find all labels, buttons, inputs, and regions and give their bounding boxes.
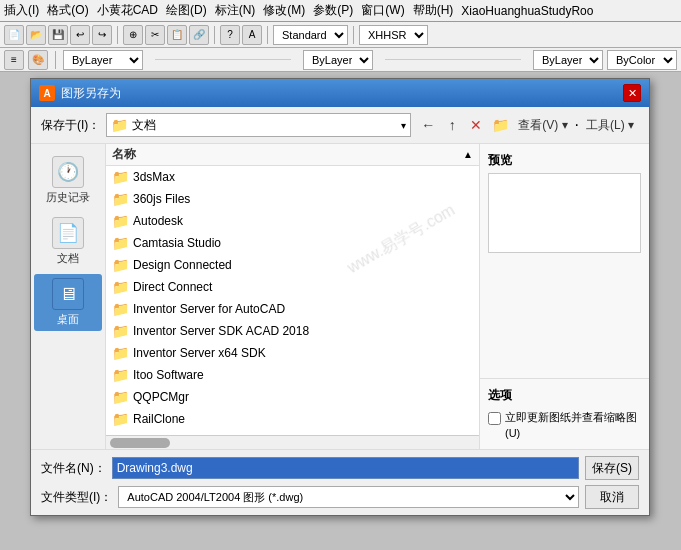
file-name: Camtasia Studio <box>133 236 221 250</box>
menu-xhcad[interactable]: 小黄花CAD <box>97 2 158 19</box>
dot-separator: · <box>575 116 579 134</box>
filename-label: 文件名(N)： <box>41 460 106 477</box>
list-item[interactable]: 📁 Itoo Software <box>106 364 479 386</box>
tb6[interactable]: A <box>242 25 262 45</box>
folder-icon: 📁 <box>112 213 129 229</box>
redo-btn[interactable]: ↪ <box>92 25 112 45</box>
menu-params[interactable]: 参数(P) <box>313 2 353 19</box>
bylayer-dropdown2[interactable]: ByLayer <box>303 50 373 70</box>
menu-window[interactable]: 窗口(W) <box>361 2 404 19</box>
up-folder-button[interactable]: ↑ <box>441 114 463 136</box>
documents-icon: 📄 <box>52 217 84 249</box>
menu-modify[interactable]: 修改(M) <box>263 2 305 19</box>
list-item[interactable]: 📁 Inventor Server for AutoCAD <box>106 298 479 320</box>
sep4 <box>353 26 354 44</box>
list-item[interactable]: 📁 Camtasia Studio <box>106 232 479 254</box>
tb5[interactable]: ? <box>220 25 240 45</box>
filetype-label: 文件类型(I)： <box>41 489 112 506</box>
menu-insert[interactable]: 插入(I) <box>4 2 39 19</box>
list-item[interactable]: 📁 360js Files <box>106 188 479 210</box>
folder-icon: 📁 <box>112 301 129 317</box>
menu-user[interactable]: XiaoHuanghuaStudyRoo <box>461 4 593 18</box>
toolbar-row2: ≡ 🎨 ByLayer ByLayer ByLayer ByColor <box>0 48 681 72</box>
filetype-dropdown[interactable]: AutoCAD 2004/LT2004 图形 (*.dwg) <box>118 486 579 508</box>
file-list-scroll[interactable]: www.易学号.com 📁 3dsMax 📁 360js Files 📁 Aut… <box>106 166 479 435</box>
list-item[interactable]: 📁 Inventor Server x64 SDK <box>106 342 479 364</box>
list-item[interactable]: 📁 Inventor Server SDK ACAD 2018 <box>106 320 479 342</box>
file-name: Direct Connect <box>133 280 212 294</box>
list-item[interactable]: 📁 RailClone <box>106 408 479 430</box>
file-name: 3dsMax <box>133 170 175 184</box>
sidebar-item-history[interactable]: 🕐 历史记录 <box>34 152 102 209</box>
menu-help[interactable]: 帮助(H) <box>413 2 454 19</box>
dialog-close-button[interactable]: ✕ <box>623 84 641 102</box>
save-button[interactable]: 保存(S) <box>585 456 639 480</box>
sep2 <box>214 26 215 44</box>
save-in-row: 保存于(I)： 📁 文档 ▾ ← ↑ ✕ 📁 查看(V) ▾ · 工具(L) ▾ <box>31 107 649 144</box>
view-menu-button[interactable]: 查看(V) ▾ <box>513 114 572 136</box>
tb1[interactable]: ⊕ <box>123 25 143 45</box>
menu-draw[interactable]: 绘图(D) <box>166 2 207 19</box>
back-button[interactable]: ← <box>417 114 439 136</box>
options-row: 立即更新图纸并查看缩略图(U) <box>488 410 641 441</box>
dialog-title: 图形另存为 <box>61 85 121 102</box>
filename-input[interactable] <box>112 457 579 479</box>
history-icon: 🕐 <box>52 156 84 188</box>
file-list-area: 名称 ▲ www.易学号.com 📁 3dsMax 📁 360js Files … <box>106 144 479 449</box>
folder-icon: 📁 <box>112 169 129 185</box>
bylayer-dropdown3[interactable]: ByLayer <box>533 50 603 70</box>
preview-label: 预览 <box>488 152 641 169</box>
sidebar-documents-label: 文档 <box>57 251 79 266</box>
folder-icon: 📁 <box>112 345 129 361</box>
bycolor-dropdown[interactable]: ByColor <box>607 50 677 70</box>
open-btn[interactable]: 📂 <box>26 25 46 45</box>
file-name: RailClone <box>133 412 185 426</box>
list-item[interactable]: 📁 Autodesk <box>106 210 479 232</box>
tb2[interactable]: ✂ <box>145 25 165 45</box>
menu-dimension[interactable]: 标注(N) <box>215 2 256 19</box>
desktop-icon: 🖥 <box>52 278 84 310</box>
save-in-dropdown[interactable]: 📁 文档 ▾ <box>106 113 411 137</box>
tb4[interactable]: 🔗 <box>189 25 209 45</box>
file-name: 360js Files <box>133 192 190 206</box>
tools-menu-button[interactable]: 工具(L) ▾ <box>581 114 639 136</box>
xhhsr-dropdown[interactable]: XHHSR <box>359 25 428 45</box>
scroll-thumb[interactable] <box>110 438 170 448</box>
folder-icon: 📁 <box>112 323 129 339</box>
new-btn[interactable]: 📄 <box>4 25 24 45</box>
undo-btn[interactable]: ↩ <box>70 25 90 45</box>
sidebar: 🕐 历史记录 📄 文档 🖥 桌面 <box>31 144 106 449</box>
list-item[interactable]: 📁 3dsMax <box>106 166 479 188</box>
list-item[interactable]: 📁 Direct Connect <box>106 276 479 298</box>
cancel-button[interactable]: 取消 <box>585 485 639 509</box>
layer-btn[interactable]: ≡ <box>4 50 24 70</box>
color-btn[interactable]: 🎨 <box>28 50 48 70</box>
new-folder-button[interactable]: 📁 <box>489 114 511 136</box>
standard-dropdown[interactable]: Standard <box>273 25 348 45</box>
preview-section: 预览 <box>480 144 649 379</box>
delete-button[interactable]: ✕ <box>465 114 487 136</box>
update-thumbnail-checkbox[interactable] <box>488 412 501 425</box>
sep5 <box>55 51 56 69</box>
folder-icon: 📁 <box>112 367 129 383</box>
title-left: A 图形另存为 <box>39 85 121 102</box>
bylayer-dropdown1[interactable]: ByLayer <box>63 50 143 70</box>
horizontal-scrollbar[interactable] <box>106 435 479 449</box>
file-name: QQPCMgr <box>133 390 189 404</box>
list-item[interactable]: 📁 Design Connected <box>106 254 479 276</box>
menu-format[interactable]: 格式(O) <box>47 2 88 19</box>
sidebar-item-desktop[interactable]: 🖥 桌面 <box>34 274 102 331</box>
chevron-down-icon: ▾ <box>401 120 406 131</box>
sidebar-item-documents[interactable]: 📄 文档 <box>34 213 102 270</box>
filetype-row: 文件类型(I)： AutoCAD 2004/LT2004 图形 (*.dwg) … <box>41 485 639 509</box>
menu-bar: 插入(I) 格式(O) 小黄花CAD 绘图(D) 标注(N) 修改(M) 参数(… <box>0 0 681 22</box>
file-name: Itoo Software <box>133 368 204 382</box>
file-name: Inventor Server x64 SDK <box>133 346 266 360</box>
tb3[interactable]: 📋 <box>167 25 187 45</box>
sep1 <box>117 26 118 44</box>
preview-box <box>488 173 641 253</box>
dialog-bottom: 文件名(N)： 保存(S) 文件类型(I)： AutoCAD 2004/LT20… <box>31 449 649 515</box>
save-btn[interactable]: 💾 <box>48 25 68 45</box>
list-item[interactable]: 📁 QQPCMgr <box>106 386 479 408</box>
options-checkbox-label: 立即更新图纸并查看缩略图(U) <box>505 410 641 441</box>
